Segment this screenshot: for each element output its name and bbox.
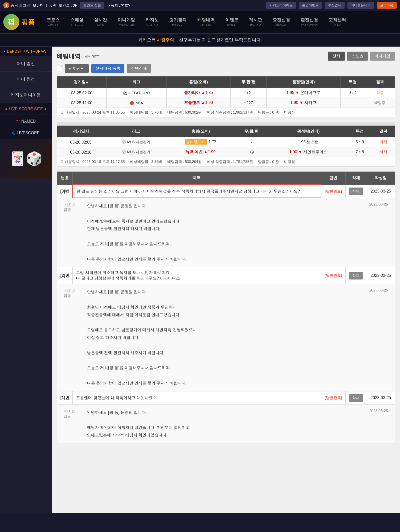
mini-notice-button[interactable]: 미니뱅동내역 <box>347 2 374 9</box>
select-all-button[interactable]: 전체선택 <box>65 64 89 73</box>
qna-reply-row-2: ☞[2]번답글 안녕하세요 [핑 퐁] 운영팀 입니다. 회원님 이전에도 배당… <box>57 284 395 391</box>
cell-home: 필라델피아 1.77 <box>167 137 234 147</box>
nav-cross[interactable]: 크로스 CROSS <box>41 13 65 31</box>
logout-button[interactable]: 로그아웃 <box>377 2 397 9</box>
qna-delete-1[interactable]: 삭제 <box>346 391 367 404</box>
cell-draw: +9 <box>234 147 269 157</box>
cell-date: 03-20 02:10 <box>57 147 105 157</box>
section-divider <box>57 122 395 126</box>
sidebar: ● DEPOSIT / WITHDRAW 머니 충전 머니 환전 카지노머니이동… <box>0 47 52 513</box>
holdem-event-button[interactable]: 홀덤이벤트 <box>299 2 322 9</box>
reply-content-wrapper: ☞[3]번답글 안녕하세요 [핑 퐁] 운영팀 입니다. 이전에 발송해드린 쪽… <box>64 202 388 263</box>
nav-mybet[interactable]: 배팅내역 MY BET <box>192 13 220 31</box>
nav-board[interactable]: 게시판 BOARD <box>244 13 267 31</box>
logo-icon: 핑 <box>3 14 19 30</box>
content-area: 배팅내역 MY BET 전체 스포츠 미니게임 전체선택 선택내용 등록 선택삭… <box>52 47 400 513</box>
cell-date: 03-20 02:05 <box>57 137 105 147</box>
cell-score <box>340 98 365 108</box>
qna-question-row-1: [1]번 포틀엔더 맞췄는데 왜 적특이라고 대댓나요？ [답변완료] 삭제 2… <box>57 391 395 404</box>
reply-text-1: 안녕하세요 [핑 퐁] 운영팀 입니다. 배당자 확인되어 적특처리 되었습니다… <box>87 409 190 439</box>
cell-draw: - <box>234 137 269 147</box>
new-message-info: 새쪽지 : ✉ 0개 <box>107 3 131 8</box>
sidebar-live-score-site[interactable]: ● LIVE SCORE SITE ● <box>0 103 52 115</box>
register-button[interactable]: 선택내용 등록 <box>91 64 124 73</box>
livescore-icon: ◎ <box>12 131 15 135</box>
qna-date-2: 2023-03-25 <box>367 267 395 284</box>
logo[interactable]: 핑 핑퐁 <box>3 11 41 33</box>
casino-move-button[interactable]: 카지노마이이동 <box>266 2 296 9</box>
greeting-text: 중님 로그인 <box>11 3 30 8</box>
nav-minigame[interactable]: 미니게임 MINIGAME <box>112 13 140 31</box>
col-score2: 득점 <box>348 126 372 137</box>
checkbox-icon[interactable]: ☑ <box>60 110 64 114</box>
qna-answer-status-3: [답변완료] <box>321 185 346 198</box>
recommend-button[interactable]: 추천안내 <box>325 2 345 9</box>
named-icon: 〜 <box>16 118 20 124</box>
sidebar-money-charge[interactable]: 머니 충전 <box>0 56 52 72</box>
cell-league: ⚾ MLB 시범경기 <box>105 147 167 157</box>
nav-special[interactable]: 스페셜 SPECIAL <box>65 13 89 31</box>
col-draw2: 무/합/핸 <box>234 126 269 137</box>
bet-info-row-2: ☑ 배팅일시 : 2023-03-19 오후 11:27:58 예상배당률 : … <box>57 157 395 167</box>
reply-content-wrapper-2: ☞[2]번답글 안녕하세요 [핑 퐁] 운영팀 입니다. 회원님 이전에도 배당… <box>64 288 388 387</box>
qna-delete-button-3[interactable]: 삭제 <box>349 188 363 195</box>
col-home2: 홈팀(오버) <box>167 126 234 137</box>
sidebar-money-exchange[interactable]: 머니 환전 <box>0 72 52 87</box>
qna-question-row-3: [3]번 원 말도 안되는 소리세요 그럼 이때까지 미당첨된것들 전부 적특처… <box>57 185 395 198</box>
announcement-bar: 카카오톡 사칭주의 !! 친구추가는 꼭 친구찾기로만 부탁드립니다. <box>0 34 400 47</box>
money-info: 보유머니 : 0원 <box>33 3 56 8</box>
btn-sports[interactable]: 스포츠 <box>347 52 368 61</box>
qna-table: 번호 제목 답변 삭제 작성일 [3]번 원 말도 안되는 소리세요 그럼 이때… <box>57 172 395 443</box>
qna-delete-2[interactable]: 삭제 <box>346 267 367 284</box>
qna-col-date: 작성일 <box>367 172 395 185</box>
cell-home: 포틀랜드 ▲1.90 <box>166 98 230 108</box>
sidebar-casino-money[interactable]: 카지노머니이동 <box>0 87 52 103</box>
checkbox-icon[interactable]: ☑ <box>60 160 64 164</box>
select-all-checkbox[interactable] <box>57 66 62 71</box>
betting-header: 배팅내역 MY BET 전체 스포츠 미니게임 <box>57 52 395 61</box>
col-result2: 결과 <box>372 126 395 137</box>
qna-delete-button-2[interactable]: 삭제 <box>349 272 363 279</box>
announce-highlight: 사칭주의 <box>157 37 174 42</box>
bet-info-row: ☑ 배팅일시 : 2023-03-24 오후 11:35:55 예상배당률 : … <box>57 108 395 117</box>
bet-table-2: 경기일시 리그 홈팀(오버) 무/합/핸 원정팀(언더) 득점 결과 03-20… <box>57 126 395 167</box>
sidebar-named[interactable]: 〜 NAMED <box>0 115 52 127</box>
qna-answer-status-2: [답변완료] <box>321 267 346 284</box>
qna-col-num: 번호 <box>57 172 73 185</box>
sidebar-livescore[interactable]: ◎ LIVESCORE <box>0 127 52 139</box>
point-transfer-button[interactable]: 포인트 전환 <box>80 2 104 9</box>
qna-delete-3[interactable]: 삭제 <box>346 185 367 198</box>
nav-event[interactable]: 이벤트 EVENT <box>220 13 244 31</box>
nav-result[interactable]: 경기결과 RESULT <box>164 13 192 31</box>
qna-date-3: 2023-03-25 <box>367 185 395 198</box>
cell-away: 1.93 보스턴 <box>269 137 348 147</box>
btn-minigame[interactable]: 미니게임 <box>370 52 395 61</box>
cell-result: 배팅중 <box>365 98 395 108</box>
nav-cs[interactable]: 고객센터 Q & A <box>323 13 351 31</box>
nav-live[interactable]: 실시간 LIVE <box>89 13 112 31</box>
col-home: 홈팀(오버) <box>166 77 230 88</box>
sidebar-deposit-withdraw-header: ● DEPOSIT / WITHDRAW <box>0 47 52 56</box>
qna-delete-button-1[interactable]: 삭제 <box>349 394 363 402</box>
btn-all[interactable]: 전체 <box>328 52 345 61</box>
qna-question-1: 포틀엔더 맞췄는데 왜 적특이라고 대댓나요？ <box>73 391 321 404</box>
nav-withdraw[interactable]: 환전신청 WITHDRAW <box>295 13 323 31</box>
cell-home: 뉴욕 메츠 ▲1.90 <box>167 147 234 157</box>
reply-date-2: 2023-03-25 <box>369 288 388 387</box>
reply-content-wrapper-1: ☞[1]번답글 안녕하세요 [핑 퐁] 운영팀 입니다. 배당자 확인되어 적특… <box>64 409 388 439</box>
col-away: 원정팀(언더) <box>266 77 340 88</box>
cell-date: 03-25 02:00 <box>57 88 107 98</box>
delete-button[interactable]: 선택삭제 <box>127 64 151 73</box>
bet-info-cell: ☑ 배팅일시 : 2023-03-24 오후 11:35:55 예상배당률 : … <box>57 108 395 117</box>
reply-date-1: 2023-03-25 <box>369 409 388 439</box>
nav-casino[interactable]: 카지노 CASINO <box>140 13 164 31</box>
main-layout: ● DEPOSIT / WITHDRAW 머니 충전 머니 환전 카지노머니이동… <box>0 47 400 513</box>
cards-decoration: 🃏🎲 <box>9 151 43 167</box>
cell-away: 1.95 ▼ 온대네고로 <box>266 88 340 98</box>
betting-actions: 전체 스포츠 미니게임 <box>328 52 395 61</box>
nav-deposit[interactable]: 충전신청 DEPOSIT <box>267 13 295 31</box>
cell-draw: +227 <box>231 98 267 108</box>
qna-reply-row-1: ☞[1]번답글 안녕하세요 [핑 퐁] 운영팀 입니다. 배당자 확인되어 적특… <box>57 404 395 443</box>
betting-title: 배팅내역 <box>57 53 81 60</box>
reply-indicator-2: ☞[2]번답글 <box>64 288 84 387</box>
